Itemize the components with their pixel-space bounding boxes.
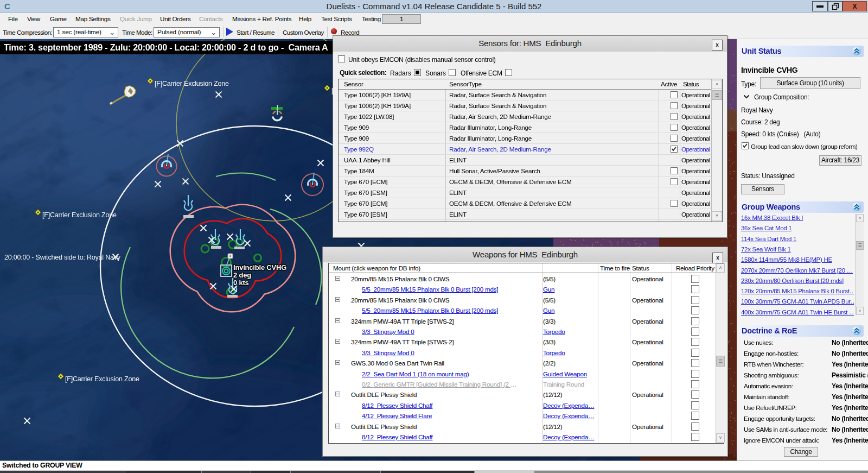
svg-text:0 kts: 0 kts	[233, 279, 249, 287]
svg-text:2 deg: 2 deg	[233, 271, 251, 279]
svg-text:[F]Carrier Exclusion Zone: [F]Carrier Exclusion Zone	[155, 80, 229, 87]
svg-text:Invincible CVHG: Invincible CVHG	[233, 263, 286, 272]
svg-text:20:00:00 - Switched side to: R: 20:00:00 - Switched side to: Royal Navy	[4, 254, 121, 261]
svg-text:[F]Carrier Exclusion Zone: [F]Carrier Exclusion Zone	[42, 211, 117, 219]
svg-text:[F]Carrier Exclusion Zone: [F]Carrier Exclusion Zone	[65, 375, 139, 383]
